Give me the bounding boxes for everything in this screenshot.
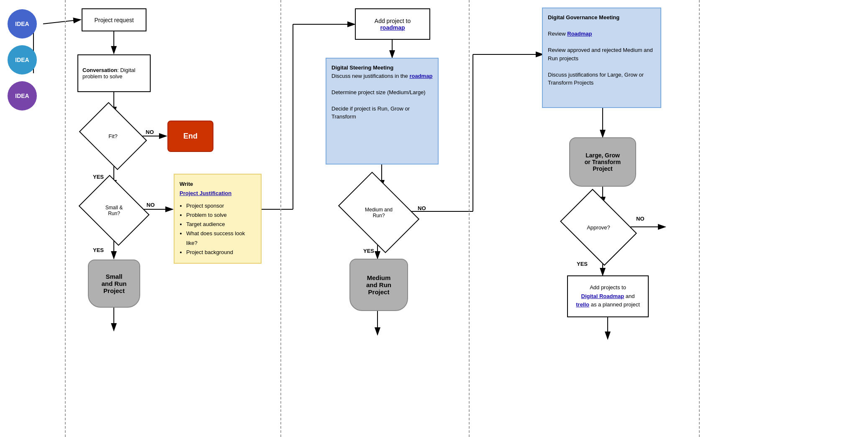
fit-no-label: NO	[146, 129, 154, 135]
approve-diamond: Approve?	[567, 204, 630, 250]
divider-4	[699, 0, 700, 437]
digital-governance-box: Digital Governance Meeting Review Roadma…	[542, 8, 661, 108]
idea-circle-2: IDEA	[8, 45, 37, 75]
end-box: End	[167, 121, 213, 152]
small-run-diamond: Small &Run?	[86, 188, 142, 232]
divider-3	[469, 0, 470, 437]
flowchart-canvas: IDEA IDEA IDEA Project request Conversat…	[0, 0, 868, 437]
fit-yes-label: YES	[93, 174, 104, 180]
roadmap-link-2[interactable]: roadmap	[409, 73, 432, 79]
small-run-project-box: Smalland RunProject	[88, 260, 140, 308]
medium-run-project-box: Mediumand RunProject	[349, 259, 408, 311]
large-grow-transform-box: Large, Growor TransformProject	[569, 137, 636, 187]
approve-no-label: NO	[636, 216, 645, 222]
roadmap-link-1[interactable]: roadmap	[380, 24, 405, 31]
fit-diamond: Fit?	[86, 115, 140, 157]
project-request-box: Project request	[82, 8, 146, 31]
conversation-box: Conversation: Digital problem to solve	[77, 54, 151, 92]
svg-line-1	[43, 20, 81, 24]
divider-1	[65, 0, 66, 437]
digital-steering-box: Digital Steering Meeting Discuss new jus…	[326, 58, 439, 165]
add-digital-roadmap-box: Add projects to Digital Roadmap and trel…	[567, 275, 649, 317]
digital-roadmap-link[interactable]: Digital Roadmap	[581, 293, 624, 299]
roadmap-link-3[interactable]: Roadmap	[567, 31, 592, 37]
idea-circle-3: IDEA	[8, 81, 37, 111]
divider-2	[280, 0, 281, 437]
medium-run-diamond: Medium andRun?	[345, 188, 412, 236]
add-to-roadmap-box: Add project toroadmap	[355, 8, 430, 40]
approve-yes-label: YES	[577, 261, 588, 267]
trello-link[interactable]: trello	[576, 301, 589, 308]
write-justification-box: Write Project Justification Project spon…	[174, 174, 262, 264]
small-run-yes-label: YES	[93, 247, 104, 253]
project-justification-link[interactable]: Project Justification	[180, 190, 231, 196]
small-run-no-label: NO	[146, 202, 155, 208]
idea-circle-1: IDEA	[8, 9, 37, 39]
medium-run-yes-label: YES	[363, 248, 374, 254]
medium-run-no-label: NO	[418, 205, 426, 211]
